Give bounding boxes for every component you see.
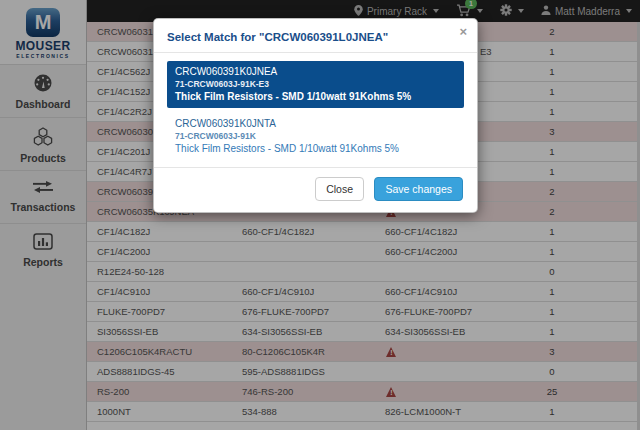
option-mouser-sku: 71-CRCW0603J-91K	[175, 130, 456, 142]
select-match-modal: Select Match for "CRCW060391L0JNEA" × CR…	[153, 18, 478, 213]
modal-header: Select Match for "CRCW060391L0JNEA" ×	[154, 19, 477, 53]
modal-title: Select Match for "CRCW060391L0JNEA"	[167, 31, 388, 43]
match-option-selected[interactable]: CRCW060391K0JNEA71-CRCW0603J-91K-E3Thick…	[167, 61, 464, 108]
close-icon[interactable]: ×	[459, 24, 467, 39]
option-part-number: CRCW060391K0JNEA	[175, 65, 456, 78]
save-changes-button[interactable]: Save changes	[374, 177, 463, 201]
option-part-number: CRCW060391K0JNTA	[175, 117, 456, 130]
option-description: Thick Film Resistors - SMD 1/10watt 91Ko…	[175, 142, 456, 155]
option-description: Thick Film Resistors - SMD 1/10watt 91Ko…	[175, 90, 456, 103]
option-mouser-sku: 71-CRCW0603J-91K-E3	[175, 78, 456, 90]
modal-footer: Close Save changes	[154, 167, 477, 212]
match-option[interactable]: CRCW060391K0JNTA71-CRCW0603J-91KThick Fi…	[167, 114, 464, 159]
match-options: CRCW060391K0JNEA71-CRCW0603J-91K-E3Thick…	[154, 53, 477, 161]
close-button[interactable]: Close	[315, 177, 364, 201]
